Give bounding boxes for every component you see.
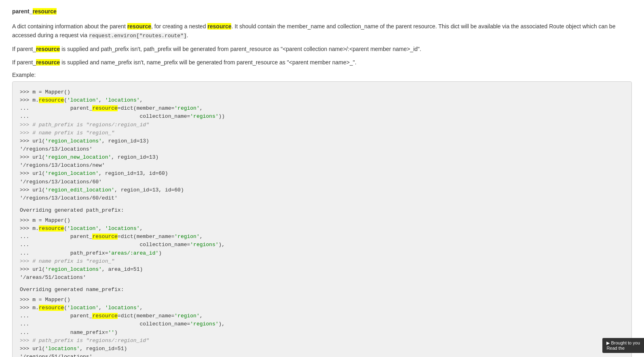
- code-line-13: >>> url('region_edit_location', region_i…: [20, 186, 624, 194]
- code-line-27: ... name_prefix=''): [20, 329, 624, 337]
- code-line-29: >>> url('locations', region_id=51): [20, 345, 624, 353]
- example-label: Example:: [12, 72, 632, 78]
- code-line-11: >>> url('region_location', region_id=13,…: [20, 170, 624, 178]
- code-line-3: ... parent_resource=dict(member_name='re…: [20, 104, 624, 113]
- code-line-26: ... collection_name='regions'),: [20, 320, 624, 328]
- code-line-28: >>> # path_prefix is "regions/:region_id…: [20, 337, 624, 345]
- code-block-main: >>> m = Mapper() >>> m.resource('locatio…: [12, 81, 632, 357]
- highlight-resource-2: resource: [207, 23, 231, 30]
- desc-para-3: If parent_resource is supplied and name_…: [12, 58, 632, 67]
- code-line-21: >>> url('region_locations', area_id=51): [20, 266, 624, 274]
- desc-para-2: If parent_resource is supplied and path_…: [12, 45, 632, 53]
- code-line-17: ... parent_resource=dict(member_name='re…: [20, 233, 624, 241]
- highlight-resource-1: resource: [127, 23, 151, 30]
- code-line-7: >>> url('region_locations', region_id=13…: [20, 137, 624, 145]
- inline-code-request: request.environ["routes.route"]: [89, 33, 187, 39]
- overriding-path-label: Overriding generated path_prefix:: [20, 207, 624, 213]
- desc-para-1: A dict containing information about the …: [12, 22, 632, 40]
- code-line-2: >>> m.resource('location', 'locations',: [20, 96, 624, 104]
- code-line-15: >>> m = Mapper(): [20, 217, 624, 225]
- code-line-5: >>> # path_prefix is "regions/:region_id…: [20, 121, 624, 129]
- highlight-resource-3: resource: [36, 46, 60, 52]
- description-section: A dict containing information about the …: [12, 22, 632, 67]
- overriding-name-label: Overriding generated name_prefix:: [20, 287, 624, 293]
- code-line-23: >>> m = Mapper(): [20, 296, 624, 304]
- code-line-18: ... collection_name='regions'),: [20, 241, 624, 249]
- code-line-6: >>> # name prefix is "region_": [20, 129, 624, 137]
- code-line-1: >>> m = Mapper(): [20, 88, 624, 96]
- highlight-resource-4: resource: [36, 59, 60, 66]
- page-title: parent_resource: [12, 8, 632, 15]
- code-line-24: >>> m.resource('location', 'locations',: [20, 304, 624, 312]
- code-line-9: >>> url('region_new_location', region_id…: [20, 153, 624, 162]
- code-line-25: ... parent_resource=dict(member_name='re…: [20, 312, 624, 320]
- code-line-8: '/regions/13/locations': [20, 145, 624, 153]
- code-line-22: '/areas/51/locations': [20, 274, 624, 282]
- brought-to-you-badge: ▶ Brought to youRead the: [602, 338, 644, 353]
- code-line-14: '/regions/13/locations/60/edit': [20, 194, 624, 202]
- code-line-20: >>> # name prefix is "region_": [20, 257, 624, 266]
- code-line-10: '/regions/13/locations/new': [20, 162, 624, 170]
- code-line-12: '/regions/13/locations/60': [20, 178, 624, 186]
- code-line-19: ... path_prefix='areas/:area_id'): [20, 249, 624, 257]
- code-line-30: '/regions/51/locations': [20, 353, 624, 357]
- code-line-4: ... collection_name='regions')): [20, 113, 624, 121]
- title-highlight: resource: [33, 8, 57, 15]
- code-line-16: >>> m.resource('location', 'locations',: [20, 225, 624, 233]
